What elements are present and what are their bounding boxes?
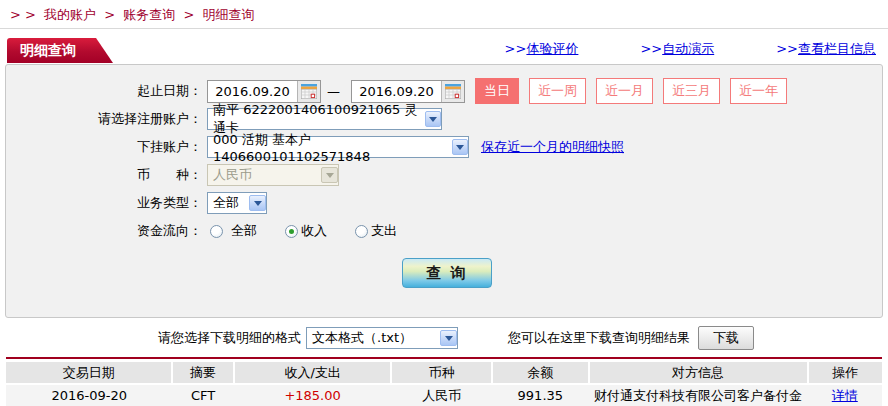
calendar-icon[interactable] <box>297 81 320 102</box>
query-form-panel: 起止日期： — <box>5 64 883 318</box>
cell-trade-date: 2016-09-20 <box>6 384 172 406</box>
cell-currency: 人民币 <box>391 384 492 406</box>
save-snapshot-link[interactable]: 保存近一个月的明细快照 <box>481 138 624 156</box>
sub-account-label: 下挂账户： <box>6 138 202 156</box>
header-counterparty: 对方信息 <box>589 362 808 384</box>
calendar-icon[interactable] <box>441 81 464 102</box>
flow-option-income[interactable]: 收入 <box>285 222 327 240</box>
tab-bar: 明细查询 >>体验评价 >>自动演示 >>查看栏目信息 <box>0 31 888 64</box>
link-prefix: >> <box>640 41 662 56</box>
flow-option-all[interactable]: 全部 <box>210 222 257 240</box>
sub-account-value: 000 活期 基本户 1406600101102571848 <box>213 131 452 164</box>
link-prefix: >> <box>776 41 798 56</box>
register-account-row: 请选择注册账户： 南平 6222001406100921065 灵通卡 <box>6 105 882 133</box>
quick-range-3months-button[interactable]: 近三月 <box>663 78 720 104</box>
results-table-section: 交易日期 摘要 收入/支出 币种 余额 对方信息 操作 2016-09-20 C… <box>6 357 882 406</box>
flow-option-income-label: 收入 <box>301 222 327 240</box>
biz-type-label: 业务类型： <box>6 194 202 212</box>
tab-detail-query[interactable]: 明细查询 <box>7 38 113 63</box>
breadcrumb: > > 我的账户 > 账务查询 > 明细查询 <box>0 0 888 29</box>
header-memo: 摘要 <box>172 362 233 384</box>
query-button-row: 查 询 <box>6 258 882 288</box>
date-from-field <box>207 80 321 103</box>
date-range-dash: — <box>327 84 340 99</box>
biz-type-select[interactable]: 全部 <box>207 192 267 214</box>
header-balance: 余额 <box>492 362 588 384</box>
cell-memo: CFT <box>172 384 233 406</box>
flow-option-expense[interactable]: 支出 <box>355 222 397 240</box>
flow-direction-row: 资金流向： 全部 收入 支出 <box>6 217 882 245</box>
breadcrumb-prefix: > > <box>10 7 36 22</box>
date-range-label: 起止日期： <box>6 82 202 100</box>
header-trade-date: 交易日期 <box>6 362 172 384</box>
quick-range-year-button[interactable]: 近一年 <box>730 78 787 104</box>
chevron-down-icon[interactable] <box>440 330 457 346</box>
download-format-label: 请您选择下载明细的格式 <box>158 329 301 347</box>
detail-link[interactable]: 详情 <box>832 388 858 403</box>
link-label: 查看栏目信息 <box>798 41 876 56</box>
chevron-down-icon[interactable] <box>425 111 441 127</box>
breadcrumb-item-detail-query[interactable]: 明细查询 <box>202 7 254 22</box>
register-account-label: 请选择注册账户： <box>6 110 202 128</box>
register-account-select[interactable]: 南平 6222001406100921065 灵通卡 <box>207 108 442 130</box>
flow-radio-group: 全部 收入 支出 <box>210 222 425 240</box>
header-currency: 币种 <box>391 362 492 384</box>
query-button[interactable]: 查 询 <box>402 258 492 288</box>
link-label: 体验评价 <box>526 41 578 56</box>
header-income-expense: 收入/支出 <box>234 362 392 384</box>
breadcrumb-separator: > <box>104 7 115 22</box>
radio-unchecked-icon[interactable] <box>210 225 223 238</box>
header-operation: 操作 <box>808 362 882 384</box>
auto-demo-link[interactable]: >>自动演示 <box>640 40 714 58</box>
cell-amount: +185.00 <box>234 384 392 406</box>
flow-option-all-label: 全部 <box>231 222 257 240</box>
link-label: 自动演示 <box>662 41 714 56</box>
date-from-input[interactable] <box>208 84 297 99</box>
quick-range-month-button[interactable]: 近一月 <box>596 78 653 104</box>
currency-row: 币 种： 人民币 <box>6 161 882 189</box>
cell-balance: 991.35 <box>492 384 588 406</box>
link-prefix: >> <box>505 41 527 56</box>
download-hint: 您可以在这里下载查询明细结果 <box>508 329 690 347</box>
chevron-down-icon[interactable] <box>452 139 468 155</box>
flow-option-expense-label: 支出 <box>371 222 397 240</box>
date-range-row: 起止日期： — <box>6 77 882 105</box>
currency-label: 币 种： <box>6 166 202 184</box>
download-row: 请您选择下载明细的格式 文本格式（.txt） 您可以在这里下载查询明细结果 下载 <box>0 321 888 355</box>
breadcrumb-item-account-query[interactable]: 账务查询 <box>123 7 175 22</box>
download-button[interactable]: 下载 <box>698 326 754 350</box>
chevron-down-icon[interactable] <box>249 195 266 211</box>
sub-account-select[interactable]: 000 活期 基本户 1406600101102571848 <box>207 136 469 158</box>
quick-range-week-button[interactable]: 近一周 <box>529 78 586 104</box>
breadcrumb-separator: > <box>183 7 194 22</box>
experience-review-link[interactable]: >>体验评价 <box>505 40 579 58</box>
chevron-down-icon <box>321 167 338 183</box>
breadcrumb-item-my-account[interactable]: 我的账户 <box>44 7 96 22</box>
header-links: >>体验评价 >>自动演示 >>查看栏目信息 <box>505 40 876 58</box>
sub-account-row: 下挂账户： 000 活期 基本户 1406600101102571848 保存近… <box>6 133 882 161</box>
download-format-value: 文本格式（.txt） <box>312 329 412 347</box>
radio-checked-icon[interactable] <box>285 225 298 238</box>
date-to-field <box>351 80 465 103</box>
quick-range-today-button[interactable]: 当日 <box>475 78 519 104</box>
date-to-input[interactable] <box>352 84 441 99</box>
biz-type-row: 业务类型： 全部 <box>6 189 882 217</box>
cell-operation: 详情 <box>808 384 882 406</box>
radio-unchecked-icon[interactable] <box>355 225 368 238</box>
currency-value: 人民币 <box>213 166 252 184</box>
flow-direction-label: 资金流向： <box>6 222 202 240</box>
currency-select: 人民币 <box>207 164 339 186</box>
results-table: 交易日期 摘要 收入/支出 币种 余额 对方信息 操作 2016-09-20 C… <box>6 362 882 406</box>
table-header-row: 交易日期 摘要 收入/支出 币种 余额 对方信息 操作 <box>6 362 882 384</box>
biz-type-value: 全部 <box>213 194 239 212</box>
table-row: 2016-09-20 CFT +185.00 人民币 991.35 财付通支付科… <box>6 384 882 406</box>
download-format-select[interactable]: 文本格式（.txt） <box>306 327 458 349</box>
cell-counterparty: 财付通支付科技有限公司客户备付金 <box>589 384 808 406</box>
column-info-link[interactable]: >>查看栏目信息 <box>776 40 876 58</box>
